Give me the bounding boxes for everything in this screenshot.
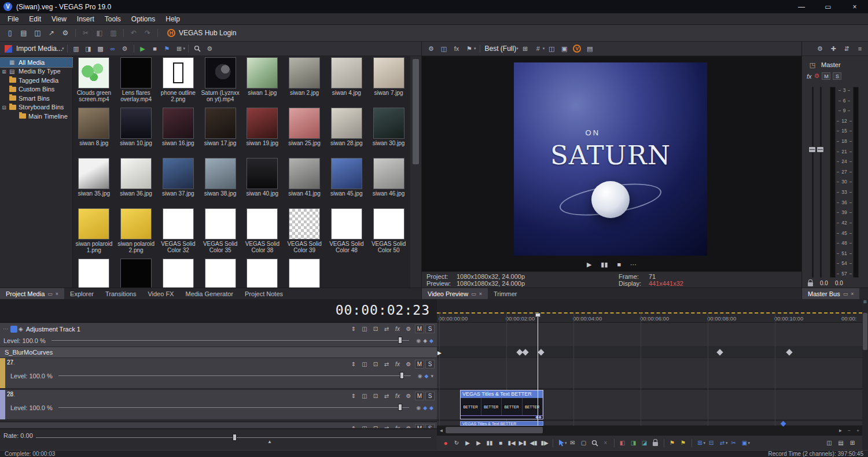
compositing-mode-icon[interactable]: ⇕: [348, 325, 359, 334]
automation-gear-icon[interactable]: ⚙: [403, 325, 414, 334]
undo-icon[interactable]: ↶: [127, 27, 140, 39]
master-fx-icon[interactable]: fx: [807, 73, 812, 80]
media-item[interactable]: siwan 8.jpg: [73, 108, 115, 158]
mute-button[interactable]: M: [415, 360, 424, 368]
tree-item-storyboard-bins[interactable]: ⊟ Storyboard Bins: [0, 103, 72, 112]
bin-settings-icon[interactable]: ⚙: [204, 43, 215, 54]
track-fx-icon[interactable]: fx: [392, 325, 403, 334]
chevron-down-icon[interactable]: ▾: [474, 46, 476, 51]
media-item[interactable]: siwan 37.jpg: [157, 158, 200, 208]
chevron-down-icon[interactable]: ▾: [726, 441, 728, 445]
mixer-settings-icon[interactable]: ⚙: [814, 43, 826, 54]
extract-audio-icon[interactable]: ◨: [83, 43, 94, 54]
preview-settings-icon[interactable]: ⚙: [425, 43, 437, 54]
track-view-icon[interactable]: ▤: [836, 438, 846, 448]
playhead-handle[interactable]: [535, 313, 540, 317]
media-item[interactable]: [157, 259, 200, 288]
media-item[interactable]: siwan 28.jpg: [326, 108, 368, 158]
pip-icon[interactable]: ⊡: [370, 424, 381, 429]
track-fx-icon[interactable]: fx: [392, 392, 403, 401]
chevron-down-icon[interactable]: ▾: [748, 441, 751, 445]
mute-button[interactable]: M: [415, 325, 424, 333]
menu-tools[interactable]: Tools: [100, 13, 126, 25]
auto-ripple-button[interactable]: ⊟: [706, 438, 716, 448]
save-snapshot-icon[interactable]: ▣: [558, 43, 570, 54]
bus-routing-icon[interactable]: ⇄: [381, 424, 392, 429]
tree-item-all-media[interactable]: ▦ All Media: [0, 58, 72, 67]
loop-region-bar[interactable]: [437, 312, 862, 314]
open-project-icon[interactable]: ▤: [17, 27, 30, 39]
media-link-icon[interactable]: ∞: [107, 43, 119, 54]
track-fx-icon[interactable]: fx: [392, 424, 403, 429]
preview-play-button[interactable]: ▶: [587, 261, 591, 268]
keyframe-icon[interactable]: ◆: [429, 405, 433, 411]
solo-button[interactable]: S: [425, 360, 435, 368]
media-item[interactable]: siwan 4.jpg: [326, 57, 368, 108]
keyframe-strip[interactable]: [437, 347, 862, 358]
media-item[interactable]: siwan 1.jpg: [241, 57, 284, 108]
tree-item-tagged-media[interactable]: Tagged Media: [0, 76, 72, 85]
event-envelope-line[interactable]: [461, 415, 543, 416]
paste-icon[interactable]: ▥: [107, 27, 120, 39]
mixer-b-icon[interactable]: ◨: [628, 438, 639, 448]
zoom-out-button[interactable]: −: [845, 426, 854, 435]
chevron-down-icon[interactable]: ▾: [62, 46, 64, 51]
maximize-button[interactable]: ▭: [815, 0, 841, 13]
event-title-bar[interactable]: VEGAS Titles & Text BETTER: [461, 390, 543, 398]
media-item[interactable]: siwan 17.jpg: [199, 108, 241, 158]
track-name[interactable]: Adjustment Track 1: [26, 326, 80, 333]
keyframe-icon[interactable]: ◆: [423, 405, 427, 411]
media-item[interactable]: VEGAS Solid Color 48: [326, 208, 368, 259]
lock-envelopes-icon[interactable]: [650, 438, 661, 448]
split-event-button[interactable]: ✂: [729, 438, 739, 448]
media-item[interactable]: VEGAS Solid Color 39: [284, 208, 326, 259]
scroll-right-button[interactable]: ►: [836, 426, 845, 435]
event-fx-icons[interactable]: ◆◆: [535, 415, 542, 419]
close-icon[interactable]: ×: [56, 291, 58, 297]
menu-file[interactable]: File: [2, 13, 24, 25]
tree-item-media-by-type[interactable]: ⊞ ▤ Media By Type: [0, 67, 72, 76]
scrollbar-thumb[interactable]: [446, 427, 543, 433]
media-item[interactable]: [115, 259, 157, 288]
timeline-area[interactable]: 00:00:00:00 00:00:02:00 00:00:04:00 00:0…: [437, 299, 862, 450]
mute-button[interactable]: M: [415, 424, 424, 429]
safe-areas-icon[interactable]: #: [532, 43, 544, 54]
media-item[interactable]: siwan 25.jpg: [284, 108, 326, 158]
bus-routing-icon[interactable]: ⇄: [381, 392, 392, 401]
media-item[interactable]: [284, 259, 326, 288]
envelope-icon[interactable]: ◈: [423, 338, 427, 344]
slider-handle[interactable]: [398, 404, 402, 411]
render-as-icon[interactable]: ↗: [45, 27, 58, 39]
timeline-horizontal-scrollbar[interactable]: ◄ ► − +: [437, 426, 862, 435]
preview-stop-button[interactable]: ■: [617, 261, 621, 268]
keyframe-marker-arrow[interactable]: ▶: [437, 350, 442, 356]
scrollbar-thumb[interactable]: [413, 59, 419, 164]
timeline-vertical-scrollbar[interactable]: ⊞: [862, 299, 868, 450]
mixer-c-icon[interactable]: ◪: [639, 438, 650, 448]
new-project-icon[interactable]: ▯: [3, 27, 16, 39]
chevron-down-icon[interactable]: ▾: [704, 441, 706, 445]
external-monitor-icon[interactable]: ◫: [438, 43, 450, 54]
media-item[interactable]: [199, 259, 241, 288]
play-from-start-button[interactable]: ▶: [462, 438, 473, 448]
preview-quality-dropdown[interactable]: Best (Full): [485, 45, 517, 53]
compositing-mode-icon[interactable]: ⇕: [348, 392, 359, 401]
mute-button[interactable]: M: [415, 392, 424, 400]
insert-region-button[interactable]: ⚑: [678, 438, 689, 448]
track-level-slider[interactable]: [52, 340, 410, 341]
media-item[interactable]: VEGAS Solid Color 32: [157, 208, 200, 259]
pip-icon[interactable]: ⊡: [370, 360, 381, 369]
split-screen-icon[interactable]: ⚑: [464, 43, 475, 54]
scrollbar-top-button[interactable]: ⊞: [862, 299, 868, 305]
minimize-button[interactable]: —: [788, 0, 815, 13]
media-item[interactable]: VEGAS Solid Color 50: [367, 208, 410, 259]
media-item[interactable]: siwan polaroid 2.png: [115, 208, 157, 259]
close-icon[interactable]: ×: [479, 291, 482, 297]
track-lane-adjustment[interactable]: [437, 323, 862, 347]
track-motion-icon[interactable]: ◫: [359, 392, 370, 401]
tab-media-generator[interactable]: Media Generator: [179, 288, 239, 299]
slider-handle[interactable]: [400, 372, 404, 379]
timeline-event-titles-text[interactable]: VEGAS Titles & Text BETTER BETTER BETTER…: [460, 390, 543, 419]
chevron-down-icon[interactable]: ▾: [183, 46, 186, 51]
rate-slider[interactable]: [36, 437, 431, 438]
